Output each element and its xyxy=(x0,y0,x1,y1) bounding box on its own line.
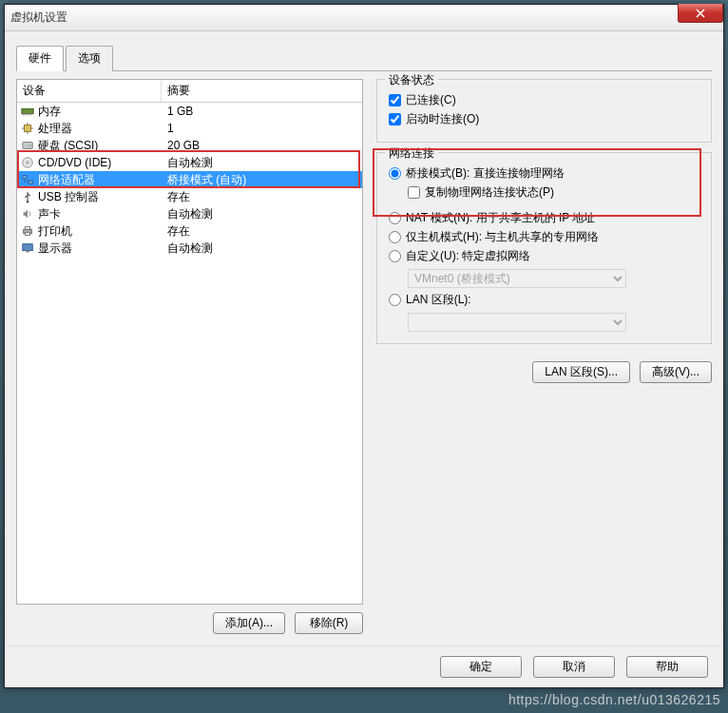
printer-icon xyxy=(19,223,36,239)
device-summary: 1 GB xyxy=(162,105,362,118)
custom-label: 自定义(U): 特定虚拟网络 xyxy=(406,248,530,264)
connect-at-power-on-row[interactable]: 启动时连接(O) xyxy=(389,111,701,127)
panel-body: 设备 摘要 内存1 GB处理器1硬盘 (SCSI)20 GBCD/DVD (ID… xyxy=(16,71,712,634)
device-name: USB 控制器 xyxy=(36,189,162,205)
svg-rect-23 xyxy=(26,251,29,253)
right-button-row: LAN 区段(S)... 高级(V)... xyxy=(376,361,712,383)
device-summary: 自动检测 xyxy=(162,206,362,222)
svg-rect-4 xyxy=(28,114,29,116)
device-name: 显示器 xyxy=(36,241,162,257)
advanced-button[interactable]: 高级(V)... xyxy=(640,361,712,383)
lansegment-radio-row[interactable]: LAN 区段(L): xyxy=(389,292,701,308)
vmnet-select[interactable]: VMnet0 (桥接模式) xyxy=(408,269,626,288)
device-row[interactable]: 显示器自动检测 xyxy=(17,240,362,257)
device-summary: 桥接模式 (自动) xyxy=(162,172,362,188)
svg-rect-2 xyxy=(25,114,26,116)
content-area: 硬件 选项 设备 摘要 内存1 GB处理器1硬盘 (SCSI)20 GBCD/D… xyxy=(5,31,723,646)
device-name: 处理器 xyxy=(36,121,162,137)
tab-options[interactable]: 选项 xyxy=(66,46,113,71)
bridged-radio-row[interactable]: 桥接模式(B): 直接连接物理网络 xyxy=(389,165,701,182)
connected-checkbox[interactable] xyxy=(389,94,401,106)
svg-rect-21 xyxy=(25,233,29,236)
bridged-label: 桥接模式(B): 直接连接物理网络 xyxy=(406,165,565,182)
custom-radio[interactable] xyxy=(389,250,401,262)
network-connection-title: 网络连接 xyxy=(385,145,438,162)
device-row[interactable]: 内存1 GB xyxy=(17,103,362,120)
nat-label: NAT 模式(N): 用于共享主机的 IP 地址 xyxy=(406,210,595,226)
sound-icon xyxy=(19,206,36,222)
svg-point-15 xyxy=(27,162,29,164)
remove-button[interactable]: 移除(R) xyxy=(295,612,363,634)
vmnet-select-row: VMnet0 (桥接模式) xyxy=(408,267,701,288)
device-row[interactable]: 硬盘 (SCSI)20 GB xyxy=(17,137,362,154)
device-summary: 20 GB xyxy=(162,139,362,152)
device-name: CD/DVD (IDE) xyxy=(36,156,162,169)
svg-rect-5 xyxy=(29,114,30,116)
custom-radio-row[interactable]: 自定义(U): 特定虚拟网络 xyxy=(389,248,701,264)
column-summary[interactable]: 摘要 xyxy=(162,80,362,102)
device-name: 打印机 xyxy=(36,223,162,240)
lan-segments-button[interactable]: LAN 区段(S)... xyxy=(532,361,630,383)
svg-rect-3 xyxy=(26,114,27,116)
svg-rect-22 xyxy=(23,244,33,251)
device-summary: 自动检测 xyxy=(162,155,362,171)
svg-rect-12 xyxy=(23,143,33,149)
svg-rect-1 xyxy=(23,114,24,116)
nat-radio-row[interactable]: NAT 模式(N): 用于共享主机的 IP 地址 xyxy=(389,210,701,226)
disk-icon xyxy=(19,138,36,153)
hostonly-radio-row[interactable]: 仅主机模式(H): 与主机共享的专用网络 xyxy=(389,229,701,245)
lansegment-select-row xyxy=(408,311,701,332)
svg-point-18 xyxy=(27,201,29,203)
svg-rect-16 xyxy=(23,176,27,180)
device-rows: 内存1 GB处理器1硬盘 (SCSI)20 GBCD/DVD (IDE)自动检测… xyxy=(17,103,362,257)
close-button[interactable] xyxy=(678,4,723,23)
network-icon xyxy=(19,172,36,187)
device-summary: 1 xyxy=(162,122,362,135)
list-header: 设备 摘要 xyxy=(17,80,362,103)
tab-hardware[interactable]: 硬件 xyxy=(16,46,64,71)
device-row[interactable]: 网络适配器桥接模式 (自动) xyxy=(17,171,362,188)
nat-radio[interactable] xyxy=(389,212,401,224)
device-row[interactable]: 打印机存在 xyxy=(17,222,362,240)
ok-button[interactable]: 确定 xyxy=(440,656,522,678)
lansegment-label: LAN 区段(L): xyxy=(406,292,471,308)
help-button[interactable]: 帮助 xyxy=(626,656,708,678)
device-status-title: 设备状态 xyxy=(385,72,438,88)
connected-checkbox-row[interactable]: 已连接(C) xyxy=(389,92,701,108)
cd-icon xyxy=(19,155,36,170)
add-button[interactable]: 添加(A)... xyxy=(213,612,285,634)
device-name: 声卡 xyxy=(36,206,162,222)
close-icon xyxy=(696,9,705,18)
device-summary: 存在 xyxy=(162,223,362,240)
column-device[interactable]: 设备 xyxy=(17,80,162,102)
bridged-radio[interactable] xyxy=(389,167,401,180)
connect-at-power-on-checkbox[interactable] xyxy=(389,113,401,125)
svg-rect-20 xyxy=(25,227,29,230)
footer: 确定 取消 帮助 xyxy=(5,646,723,687)
hostonly-radio[interactable] xyxy=(389,231,401,243)
device-row[interactable]: CD/DVD (IDE)自动检测 xyxy=(17,154,362,171)
right-column: 设备状态 已连接(C) 启动时连接(O) 网络连接 xyxy=(376,79,712,634)
vm-settings-window: 虚拟机设置 硬件 选项 设备 摘要 内存1 GB处理器1硬盘 (SCSI)20 … xyxy=(4,4,724,688)
window-title: 虚拟机设置 xyxy=(10,10,67,26)
svg-rect-7 xyxy=(25,125,31,132)
connect-at-power-on-label: 启动时连接(O) xyxy=(406,111,479,127)
lansegment-radio[interactable] xyxy=(389,294,401,306)
cancel-button[interactable]: 取消 xyxy=(533,656,615,678)
replicate-label: 复制物理网络连接状态(P) xyxy=(425,184,554,201)
svg-rect-6 xyxy=(31,114,32,116)
titlebar: 虚拟机设置 xyxy=(5,5,723,31)
device-list: 设备 摘要 内存1 GB处理器1硬盘 (SCSI)20 GBCD/DVD (ID… xyxy=(16,79,363,605)
device-name: 硬盘 (SCSI) xyxy=(36,138,162,154)
device-row[interactable]: USB 控制器存在 xyxy=(17,188,362,205)
device-row[interactable]: 处理器1 xyxy=(17,120,362,137)
cpu-icon xyxy=(19,121,36,136)
watermark: https://blog.csdn.net/u013626215 xyxy=(508,692,720,707)
memory-icon xyxy=(19,104,36,119)
device-row[interactable]: 声卡自动检测 xyxy=(17,205,362,222)
usb-icon xyxy=(19,189,36,204)
lansegment-select[interactable] xyxy=(408,313,626,332)
replicate-checkbox-row[interactable]: 复制物理网络连接状态(P) xyxy=(408,184,701,201)
device-summary: 自动检测 xyxy=(162,241,362,257)
replicate-checkbox[interactable] xyxy=(408,186,420,199)
